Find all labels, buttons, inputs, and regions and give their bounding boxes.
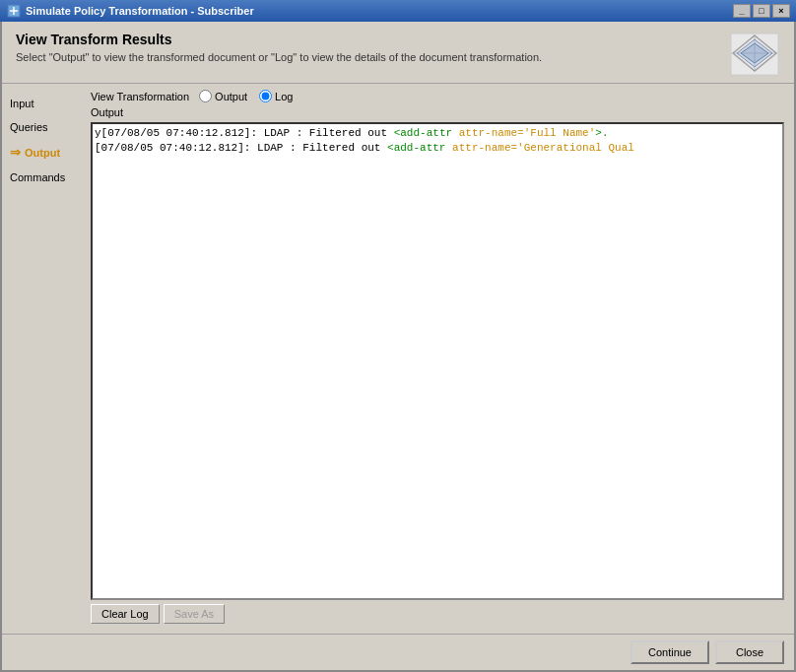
log-container[interactable]: y[07/08/05 07:40:12.812]: LDAP : Filtere… [91, 122, 784, 600]
log-actions: Clear Log Save As [91, 604, 784, 624]
log-line-1: y[07/08/05 07:40:12.812]: LDAP : Filtere… [95, 126, 780, 141]
titlebar-buttons[interactable]: _ □ × [733, 4, 790, 18]
log-tag-open-1: <add-attr [394, 127, 459, 139]
radio-output-input[interactable] [199, 90, 212, 102]
radio-log-option[interactable]: Log [259, 90, 293, 102]
save-as-button[interactable]: Save As [164, 604, 225, 624]
footer: Continue Close [2, 634, 794, 670]
view-transformation-label: View Transformation [91, 91, 189, 102]
sidebar-item-commands-label: Commands [10, 171, 65, 183]
titlebar: Simulate Policy Transformation - Subscri… [0, 0, 796, 22]
sidebar-item-commands[interactable]: Commands [2, 166, 81, 189]
header: View Transform Results Select "Output" t… [2, 22, 794, 84]
radio-group: Output Log [199, 90, 293, 102]
logo-icon [729, 32, 780, 77]
radio-output-label: Output [215, 91, 247, 102]
maximize-button[interactable]: □ [753, 4, 770, 18]
sidebar: Input Queries ⇒ Output Commands [2, 84, 81, 634]
close-button[interactable]: × [772, 4, 790, 18]
log-tag-close-1: >. [595, 127, 608, 139]
continue-button[interactable]: Continue [630, 640, 709, 664]
sidebar-item-queries-label: Queries [10, 121, 48, 133]
arrow-icon: ⇒ [10, 145, 21, 160]
radio-log-input[interactable] [259, 90, 272, 102]
main-panel: View Transformation Output Log Output [81, 84, 794, 634]
radio-log-label: Log [275, 91, 293, 102]
window-title: Simulate Policy Transformation - Subscri… [26, 5, 733, 17]
view-transformation-row: View Transformation Output Log [91, 90, 784, 102]
content-area: Input Queries ⇒ Output Commands View Tra… [2, 84, 794, 634]
page-title: View Transform Results [16, 32, 542, 47]
titlebar-icon [6, 3, 22, 19]
log-timestamp-1: [07/08/05 07:40:12.812]: LDAP : Filtered… [101, 127, 394, 139]
minimize-button[interactable]: _ [733, 4, 751, 18]
sidebar-item-queries[interactable]: Queries [2, 115, 81, 139]
log-line-2: [07/08/05 07:40:12.812]: LDAP : Filtered… [95, 141, 780, 156]
output-label: Output [91, 106, 784, 118]
close-button-footer[interactable]: Close [715, 640, 784, 664]
log-timestamp-2: [07/08/05 07:40:12.812]: LDAP : Filtered… [95, 142, 387, 154]
sidebar-item-output[interactable]: ⇒ Output [2, 139, 81, 166]
sidebar-item-output-label: Output [25, 147, 60, 159]
page-description: Select "Output" to view the transformed … [16, 51, 542, 63]
radio-output-option[interactable]: Output [199, 90, 247, 102]
sidebar-item-input[interactable]: Input [2, 92, 81, 115]
log-prefix-1: y [95, 127, 101, 139]
log-attr-2: attr-name='Generational Qual [452, 142, 634, 154]
main-window: View Transform Results Select "Output" t… [0, 22, 796, 672]
clear-log-button[interactable]: Clear Log [91, 604, 160, 624]
log-tag-open-2: <add-attr [387, 142, 452, 154]
header-text: View Transform Results Select "Output" t… [16, 32, 542, 63]
log-attr-1: attr-name='Full Name' [459, 127, 596, 139]
sidebar-item-input-label: Input [10, 98, 33, 109]
